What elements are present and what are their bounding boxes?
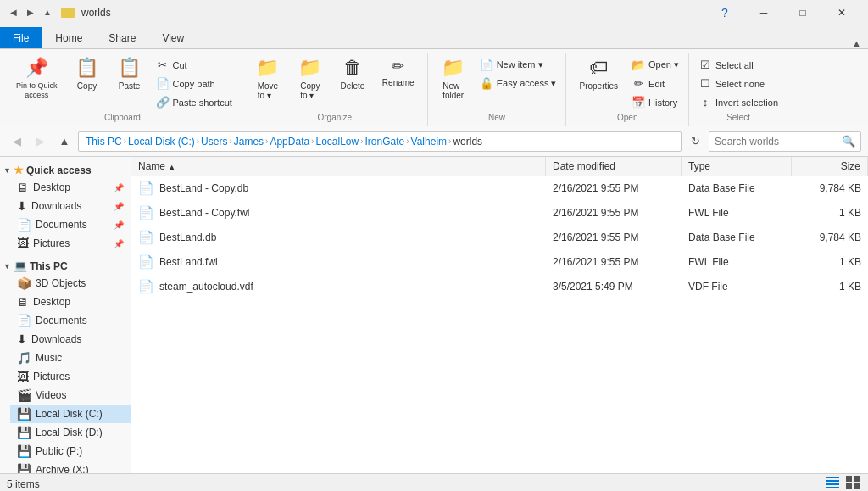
- properties-label: Properties: [579, 81, 618, 91]
- sidebar-item-pictures-qa[interactable]: 🖼 Pictures 📌: [10, 234, 131, 253]
- new-content: 📁 Newfolder 📄 New item ▾ 🔓 Easy access ▾: [433, 53, 561, 111]
- close-button[interactable]: ✕: [822, 0, 861, 25]
- sidebar-item-documents-qa[interactable]: 📄 Documents 📌: [10, 215, 131, 234]
- up-nav-button[interactable]: ▲: [54, 131, 75, 152]
- select-all-icon: ☑: [698, 59, 712, 71]
- up-icon[interactable]: ▲: [41, 6, 54, 20]
- help-button[interactable]: ?: [705, 0, 744, 25]
- svg-rect-6: [846, 483, 852, 489]
- col-header-date[interactable]: Date modified: [546, 157, 682, 176]
- copy-button[interactable]: 📋 Copy: [67, 53, 108, 95]
- sidebar-item-pictures[interactable]: 🖼 Pictures: [10, 367, 131, 386]
- breadcrumb-local-disk-c[interactable]: Local Disk (C:): [128, 136, 195, 148]
- sidebar-item-3d-objects[interactable]: 📦 3D Objects: [10, 274, 131, 293]
- file-size: 1 KB: [792, 205, 868, 220]
- sidebar-item-desktop[interactable]: 🖥 Desktop: [10, 293, 131, 311]
- sidebar-item-videos-label: Videos: [36, 389, 66, 401]
- col-header-type[interactable]: Type: [682, 157, 792, 176]
- details-view-button[interactable]: [824, 474, 841, 491]
- rename-button[interactable]: ✏ Rename: [375, 53, 422, 92]
- breadcrumb-users[interactable]: Users: [201, 136, 227, 148]
- invert-selection-button[interactable]: ↕ Invert selection: [694, 93, 782, 111]
- tab-home[interactable]: Home: [42, 27, 95, 48]
- breadcrumb-irongate[interactable]: IronGate: [365, 136, 405, 148]
- archive-x-icon: 💾: [17, 463, 31, 473]
- local-disk-d-icon: 💾: [17, 426, 31, 439]
- file-date: 2/16/2021 9:55 PM: [546, 254, 682, 270]
- select-none-button[interactable]: ☐ Select none: [694, 75, 782, 92]
- breadcrumb-appdata[interactable]: AppData: [270, 136, 309, 148]
- paste-button[interactable]: 📋 Paste: [109, 53, 150, 95]
- file-name-cell: 📄 BestLand - Copy.fwl: [131, 204, 546, 222]
- select-col: ☑ Select all ☐ Select none ↕ Invert sele…: [694, 53, 782, 111]
- table-row[interactable]: 📄 BestLand.db 2/16/2021 9:55 PM Data Bas…: [131, 226, 868, 250]
- tab-file[interactable]: File: [0, 27, 42, 48]
- breadcrumb-valheim[interactable]: Valheim: [411, 136, 447, 148]
- forward-icon[interactable]: ▶: [24, 6, 37, 20]
- status-bar-right: [824, 474, 861, 491]
- move-to-button[interactable]: 📁 Moveto ▾: [248, 53, 288, 104]
- maximize-button[interactable]: □: [783, 0, 822, 25]
- easy-access-icon: 🔓: [480, 77, 493, 90]
- properties-button[interactable]: 🏷 Properties: [571, 53, 626, 95]
- copy-to-button[interactable]: 📁 Copyto ▾: [290, 53, 331, 104]
- name-sort-arrow: ▲: [168, 163, 175, 171]
- tab-view[interactable]: View: [149, 27, 197, 48]
- new-item-button[interactable]: 📄 New item ▾: [476, 56, 561, 74]
- new-folder-button[interactable]: 📁 Newfolder: [433, 53, 474, 104]
- sidebar-item-downloads-qa[interactable]: ⬇ Downloads 📌: [10, 197, 131, 215]
- easy-access-button[interactable]: 🔓 Easy access ▾: [476, 75, 561, 92]
- sidebar-item-documents[interactable]: 📄 Documents: [10, 311, 131, 330]
- search-input[interactable]: [715, 136, 838, 148]
- breadcrumb[interactable]: This PC › Local Disk (C:) › Users › Jame…: [78, 131, 682, 152]
- quick-access-section[interactable]: ▼ ★ Quick access: [0, 160, 131, 178]
- cut-button[interactable]: ✂ Cut: [152, 56, 236, 74]
- paste-shortcut-button[interactable]: 🔗 Paste shortcut: [152, 93, 236, 111]
- tab-share[interactable]: Share: [96, 27, 148, 48]
- expand-ribbon-icon[interactable]: ▲: [852, 38, 861, 48]
- select-all-button[interactable]: ☑ Select all: [694, 56, 782, 74]
- tiles-view-button[interactable]: [844, 474, 861, 491]
- quick-access-icon[interactable]: ◀: [7, 6, 20, 20]
- search-box[interactable]: 🔍: [709, 131, 861, 152]
- file-date: 3/5/2021 5:49 PM: [546, 279, 682, 294]
- table-row[interactable]: 📄 BestLand.fwl 2/16/2021 9:55 PM FWL Fil…: [131, 250, 868, 275]
- sidebar-item-desktop-qa[interactable]: 🖥 Desktop 📌: [10, 178, 131, 197]
- this-pc-section[interactable]: ▼ 💻 This PC: [0, 256, 131, 274]
- minimize-button[interactable]: ─: [744, 0, 783, 25]
- edit-icon: ✏: [632, 77, 645, 90]
- select-content: ☑ Select all ☐ Select none ↕ Invert sele…: [694, 53, 782, 111]
- table-row[interactable]: 📄 BestLand - Copy.fwl 2/16/2021 9:55 PM …: [131, 201, 868, 226]
- svg-rect-2: [826, 483, 839, 485]
- sidebar-item-local-disk-c[interactable]: 💾 Local Disk (C:): [10, 405, 131, 423]
- breadcrumb-james[interactable]: James: [234, 136, 264, 148]
- open-button[interactable]: 📂 Open ▾: [627, 56, 683, 74]
- refresh-button[interactable]: ↻: [685, 131, 705, 152]
- breadcrumb-locallow[interactable]: LocalLow: [315, 136, 359, 148]
- sidebar-item-music[interactable]: 🎵 Music: [10, 349, 131, 367]
- table-row[interactable]: 📄 steam_autocloud.vdf 3/5/2021 5:49 PM V…: [131, 275, 868, 299]
- sidebar-item-desktop-qa-label: Desktop: [33, 181, 70, 193]
- col-header-size[interactable]: Size: [792, 157, 868, 176]
- sidebar-item-downloads[interactable]: ⬇ Downloads: [10, 330, 131, 349]
- copy-path-button[interactable]: 📄 Copy path: [152, 75, 236, 92]
- forward-nav-button[interactable]: ▶: [31, 131, 51, 152]
- sidebar-item-local-disk-d[interactable]: 💾 Local Disk (D:): [10, 423, 131, 442]
- open-label: Open ▾: [648, 59, 679, 70]
- col-header-name[interactable]: Name ▲: [131, 157, 546, 176]
- sidebar-item-public-p[interactable]: 💾 Public (P:): [10, 442, 131, 460]
- pin-to-quick-access-button[interactable]: 📌 Pin to Quickaccess: [8, 53, 65, 104]
- sidebar-item-archive-x[interactable]: 💾 Archive (X:): [10, 460, 131, 473]
- delete-button[interactable]: 🗑 Delete: [332, 53, 373, 95]
- desktop-icon: 🖥: [17, 295, 29, 309]
- history-button[interactable]: 📅 History: [627, 93, 683, 111]
- sidebar-item-desktop-label: Desktop: [33, 296, 70, 308]
- pictures-qa-pin: 📌: [114, 239, 124, 248]
- sidebar-item-music-label: Music: [36, 352, 62, 364]
- properties-icon: 🏷: [589, 57, 608, 79]
- table-row[interactable]: 📄 BestLand - Copy.db 2/16/2021 9:55 PM D…: [131, 176, 868, 201]
- edit-button[interactable]: ✏ Edit: [627, 75, 683, 92]
- breadcrumb-this-pc[interactable]: This PC: [86, 136, 122, 148]
- sidebar-item-videos[interactable]: 🎬 Videos: [10, 386, 131, 405]
- back-button[interactable]: ◀: [7, 131, 27, 152]
